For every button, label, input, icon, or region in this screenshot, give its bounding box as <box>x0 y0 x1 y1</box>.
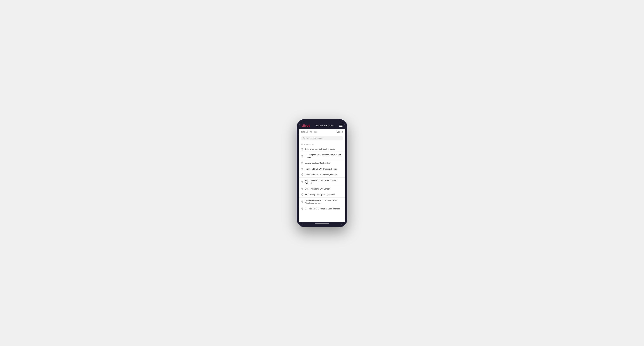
svg-line-1 <box>304 139 305 139</box>
courses-list: Nearby courses Central London Golf Centr… <box>299 142 345 222</box>
course-name: London Scottish GC, London <box>305 162 330 164</box>
course-name: Roehampton Club - Roehampton, Greater Lo… <box>305 154 343 159</box>
course-name: Royal Wimbledon GC, Great London Authori… <box>305 179 343 184</box>
list-item[interactable]: Brent Valley Municipal GC, London <box>299 192 345 197</box>
phone-frame: clippd Recent Searches Find a Golf Cours… <box>296 119 348 227</box>
hamburger-icon[interactable] <box>339 125 342 127</box>
svg-point-5 <box>302 168 302 169</box>
svg-point-7 <box>302 181 302 181</box>
cancel-button[interactable]: Cancel <box>337 131 343 133</box>
list-item[interactable]: Central London Golf Centre, London <box>299 146 345 152</box>
home-indicator <box>299 222 345 225</box>
location-pin-icon <box>301 180 303 183</box>
svg-point-11 <box>302 208 302 209</box>
svg-point-8 <box>302 188 302 189</box>
find-bar: Find a Golf Course Cancel <box>299 129 345 135</box>
search-container: Search Golf Course <box>299 135 345 142</box>
svg-point-6 <box>302 174 302 174</box>
status-bar <box>299 121 345 123</box>
list-item[interactable]: Royal Wimbledon GC, Great London Authori… <box>299 178 345 186</box>
list-item[interactable]: Coombe Hill GC, Kingston upon Thames <box>299 206 345 211</box>
location-pin-icon <box>301 162 303 164</box>
search-icon <box>303 137 305 139</box>
location-pin-icon <box>301 173 303 176</box>
list-item[interactable]: Richmond Park GC - Prince's, Surrey <box>299 166 345 172</box>
phone-screen: clippd Recent Searches Find a Golf Cours… <box>299 121 345 225</box>
search-input-placeholder: Search Golf Course <box>306 137 323 139</box>
location-pin-icon <box>301 168 303 170</box>
course-name: Coombe Hill GC, Kingston upon Thames <box>305 207 340 210</box>
location-pin-icon <box>301 155 303 157</box>
app-logo: clippd <box>302 124 310 127</box>
svg-point-4 <box>302 162 302 163</box>
location-pin-icon <box>301 193 303 196</box>
app-header: clippd Recent Searches <box>299 123 345 129</box>
app-title: Recent Searches <box>316 124 334 127</box>
course-name: Central London Golf Centre, London <box>305 148 336 150</box>
svg-point-2 <box>302 148 302 149</box>
find-label: Find a Golf Course <box>301 131 317 133</box>
list-item[interactable]: Richmond Park GC - Duke's, London <box>299 172 345 178</box>
location-pin-icon <box>301 200 303 203</box>
main-content: Find a Golf Course Cancel Search Golf Co… <box>299 129 345 222</box>
search-box[interactable]: Search Golf Course <box>301 136 343 140</box>
home-bar <box>315 223 329 224</box>
location-pin-icon <box>301 148 303 150</box>
nearby-section-label: Nearby courses <box>299 142 345 146</box>
course-name: Richmond Park GC - Prince's, Surrey <box>305 168 337 170</box>
course-name: Dukes Meadows GC, London <box>305 187 330 190</box>
list-item[interactable]: London Scottish GC, London <box>299 160 345 166</box>
svg-point-9 <box>302 194 302 194</box>
course-name: North Middlesex GC (1011942 - North Midd… <box>305 199 343 204</box>
location-pin-icon <box>301 187 303 190</box>
course-name: Richmond Park GC - Duke's, London <box>305 173 337 176</box>
location-pin-icon <box>301 207 303 210</box>
course-name: Brent Valley Municipal GC, London <box>305 193 335 196</box>
list-item[interactable]: Roehampton Club - Roehampton, Greater Lo… <box>299 152 345 160</box>
svg-point-10 <box>302 201 302 202</box>
list-item[interactable]: Dukes Meadows GC, London <box>299 186 345 192</box>
svg-point-3 <box>302 155 302 156</box>
list-item[interactable]: North Middlesex GC (1011942 - North Midd… <box>299 197 345 206</box>
